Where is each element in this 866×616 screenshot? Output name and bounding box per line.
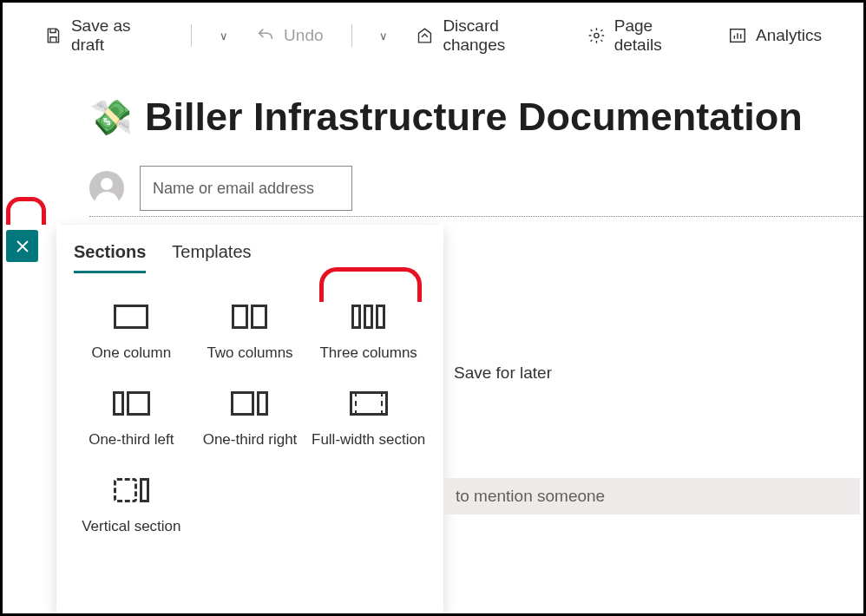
option-one-third-left[interactable]: One-third left: [74, 386, 189, 449]
option-one-column[interactable]: One column: [74, 299, 189, 362]
gear-icon: [587, 26, 606, 45]
one-third-right-icon: [193, 386, 308, 421]
tab-templates[interactable]: Templates: [172, 237, 251, 273]
option-label: One column: [74, 344, 189, 362]
save-draft-button[interactable]: Save as draft: [44, 16, 163, 55]
undo-icon: [256, 26, 275, 45]
close-icon: [16, 239, 30, 253]
page-emoji: 💸: [89, 97, 133, 138]
analytics-label: Analytics: [756, 26, 822, 45]
option-label: One-third left: [74, 431, 189, 449]
close-panel-button[interactable]: [6, 230, 38, 262]
mention-hint-bar[interactable]: to mention someone: [443, 478, 860, 514]
option-label: Two columns: [193, 344, 308, 362]
annotation-mark: [6, 197, 46, 225]
name-email-input[interactable]: [140, 166, 352, 211]
vertical-section-icon: [74, 473, 189, 508]
option-full-width[interactable]: Full-width section: [311, 386, 426, 449]
save-for-later-link[interactable]: Save for later: [454, 364, 552, 383]
undo-label: Undo: [284, 26, 323, 45]
save-draft-label: Save as draft: [71, 16, 163, 55]
top-toolbar: Save as draft ∨ Undo ∨ Discard changes P…: [3, 3, 863, 69]
analytics-button[interactable]: Analytics: [728, 26, 822, 45]
option-label: Vertical section: [74, 518, 189, 535]
separator: [351, 24, 352, 47]
option-one-third-right[interactable]: One-third right: [193, 386, 308, 449]
svg-point-0: [594, 33, 599, 37]
tab-sections[interactable]: Sections: [74, 237, 146, 273]
page-content: 💸 Biller Infrastructure Documentation: [3, 69, 863, 217]
option-label: One-third right: [193, 431, 308, 449]
two-columns-icon: [193, 299, 308, 334]
divider: [89, 216, 866, 217]
option-two-columns[interactable]: Two columns: [193, 299, 308, 362]
separator: [191, 24, 192, 47]
discard-icon: [416, 26, 434, 45]
undo-chevron-icon[interactable]: ∨: [379, 29, 388, 43]
page-details-label: Page details: [614, 16, 700, 55]
option-three-columns[interactable]: Three columns: [311, 299, 426, 362]
one-column-icon: [74, 299, 189, 334]
option-label: Three columns: [311, 344, 426, 362]
option-vertical-section[interactable]: Vertical section: [74, 473, 189, 535]
discard-label: Discard changes: [443, 16, 559, 55]
option-label: Full-width section: [311, 431, 426, 449]
discard-button[interactable]: Discard changes: [416, 16, 559, 55]
three-columns-icon: [311, 299, 426, 334]
one-third-left-icon: [74, 386, 189, 421]
full-width-icon: [311, 386, 426, 421]
analytics-icon: [728, 26, 747, 45]
save-draft-chevron-icon[interactable]: ∨: [220, 29, 228, 43]
annotation-mark: [319, 267, 422, 302]
avatar: [89, 171, 124, 206]
save-icon: [44, 26, 62, 45]
page-title: Biller Infrastructure Documentation: [145, 95, 803, 140]
undo-button[interactable]: Undo: [256, 26, 323, 45]
page-details-button[interactable]: Page details: [587, 16, 700, 55]
